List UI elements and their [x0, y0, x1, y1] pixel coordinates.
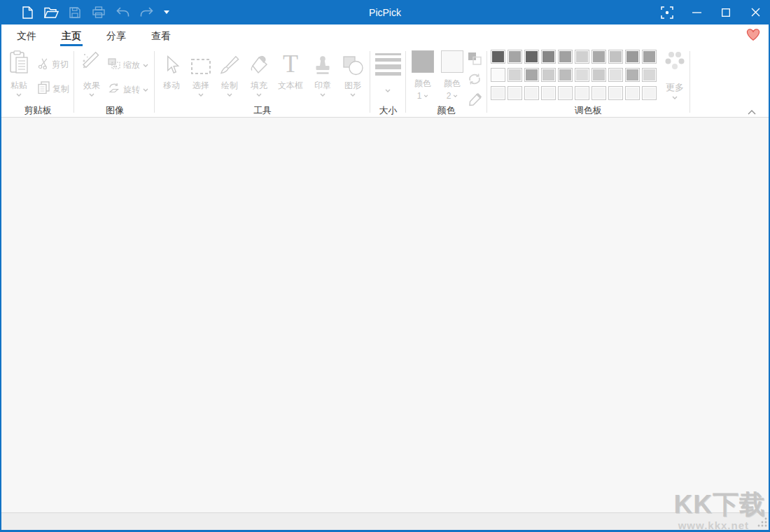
size-group-label: 大小 — [371, 105, 405, 116]
palette-swatch[interactable] — [592, 50, 606, 64]
new-document-icon[interactable] — [20, 5, 35, 20]
palette-swatch[interactable] — [575, 68, 589, 82]
chevron-down-icon — [672, 96, 678, 99]
chevron-down-icon — [424, 94, 428, 97]
heart-icon[interactable] — [746, 29, 762, 44]
copy-button[interactable]: 复制 — [38, 81, 69, 97]
palette-swatch[interactable] — [507, 68, 522, 82]
color2-label: 颜色 — [444, 78, 461, 90]
line-size-button[interactable] — [372, 52, 403, 92]
save-icon[interactable] — [67, 5, 83, 20]
rotate-icon — [108, 83, 120, 97]
customize-caret-icon[interactable] — [162, 5, 171, 20]
palette-swatch[interactable] — [558, 68, 573, 82]
palette-swatch[interactable] — [575, 86, 589, 100]
cut-label: 剪切 — [52, 59, 69, 71]
maximize-button[interactable] — [711, 0, 741, 24]
palette-swatch[interactable] — [625, 68, 640, 82]
palette-swatch[interactable] — [625, 86, 640, 100]
reset-colors-icon[interactable] — [468, 73, 482, 88]
palette-swatch[interactable] — [592, 68, 606, 82]
palette-swatch[interactable] — [491, 50, 505, 64]
collapse-ribbon-icon[interactable] — [748, 105, 756, 118]
chevron-down-icon — [227, 93, 232, 97]
chevron-down-icon — [350, 93, 356, 97]
canvas-area[interactable] — [1, 118, 769, 512]
tool-label: 绘制 — [221, 80, 238, 92]
palette-swatch[interactable] — [608, 68, 623, 82]
rotate-button[interactable]: 旋转 — [108, 83, 148, 97]
tab-home[interactable]: 主页 — [52, 24, 91, 48]
resize-label: 缩放 — [123, 59, 140, 71]
palette-swatch[interactable] — [608, 50, 623, 64]
tool-textbox-button[interactable]: T 文本框 — [274, 50, 307, 101]
group-separator — [370, 51, 370, 113]
effects-button[interactable]: 效果 — [77, 50, 106, 97]
close-button[interactable] — [741, 0, 770, 24]
palette-swatch[interactable] — [541, 68, 556, 82]
palette-swatch[interactable] — [558, 86, 573, 100]
tool-stamp-button[interactable]: 印章 — [308, 50, 337, 101]
chevron-down-icon — [143, 88, 148, 92]
palette-swatch[interactable] — [642, 86, 657, 100]
palette-swatch[interactable] — [524, 50, 539, 64]
chevron-down-icon — [320, 93, 326, 97]
palette-swatch[interactable] — [541, 50, 556, 64]
palette-swatch[interactable] — [575, 50, 589, 64]
tab-view[interactable]: 查看 — [141, 24, 181, 48]
paste-icon — [10, 50, 28, 76]
tool-label: 移动 — [163, 80, 180, 92]
palette-swatch[interactable] — [524, 86, 539, 100]
chevron-down-icon — [453, 94, 458, 97]
redo-icon[interactable] — [139, 5, 154, 20]
cut-button[interactable]: 剪切 — [38, 57, 69, 72]
palette-group-label: 调色板 — [486, 105, 690, 116]
tab-share[interactable]: 分享 — [97, 24, 136, 48]
resize-grip[interactable] — [757, 517, 768, 528]
textbox-icon: T — [283, 50, 298, 76]
palette-swatch[interactable] — [592, 86, 606, 100]
minimize-button[interactable] — [682, 0, 711, 24]
palette-swatch[interactable] — [507, 50, 522, 64]
quick-access-toolbar — [20, 0, 171, 24]
swap-colors-icon[interactable] — [468, 52, 482, 68]
color1-button[interactable]: 颜色 1 — [410, 50, 435, 101]
group-separator — [486, 51, 487, 113]
tool-label: 印章 — [314, 80, 331, 92]
tool-draw-button[interactable]: 绘制 — [215, 50, 244, 101]
chevron-down-icon — [256, 93, 262, 97]
chevron-down-icon — [143, 64, 148, 67]
more-colors-button[interactable]: 更多 — [660, 50, 690, 99]
palette-swatch[interactable] — [642, 50, 657, 64]
palette-swatch[interactable] — [558, 50, 573, 64]
palette-swatch[interactable] — [491, 86, 505, 100]
magic-wand-icon — [80, 50, 103, 76]
palette-swatch[interactable] — [491, 68, 505, 82]
tool-fill-button[interactable]: 填充 — [244, 50, 274, 101]
paste-button[interactable]: 粘贴 — [4, 50, 34, 97]
open-folder-icon[interactable] — [43, 5, 59, 20]
tool-shapes-button[interactable]: 图形 — [338, 50, 368, 101]
color2-number: 2 — [447, 91, 451, 101]
palette-swatch[interactable] — [625, 50, 640, 64]
tab-file[interactable]: 文件 — [7, 24, 46, 48]
tool-move-button[interactable]: 移动 — [157, 50, 186, 101]
chevron-down-icon — [89, 93, 94, 97]
tool-select-button[interactable]: 选择 — [186, 50, 216, 101]
palette-swatch[interactable] — [608, 86, 623, 100]
palette-swatch[interactable] — [524, 68, 539, 82]
window-controls — [652, 0, 770, 24]
capture-icon[interactable] — [652, 0, 682, 24]
resize-button[interactable]: 缩放 — [108, 58, 148, 72]
palette-swatch[interactable] — [642, 68, 657, 82]
image-group-label: 图像 — [77, 105, 153, 116]
palette-swatch[interactable] — [541, 86, 556, 100]
selection-icon — [190, 50, 211, 76]
undo-icon[interactable] — [115, 5, 130, 20]
color2-button[interactable]: 颜色 2 — [440, 50, 465, 101]
stamp-icon — [313, 50, 332, 76]
palette-swatch[interactable] — [507, 86, 522, 100]
resize-image-icon — [108, 58, 120, 72]
print-icon[interactable] — [91, 5, 106, 20]
window-border — [0, 24, 1, 532]
